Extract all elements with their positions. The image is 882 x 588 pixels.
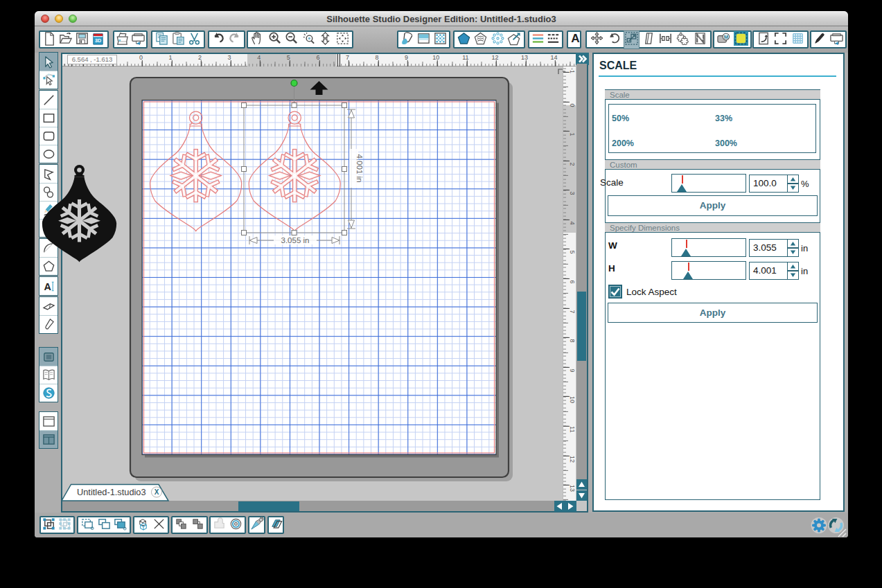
svg-text:A: A — [44, 280, 51, 292]
svg-text:3.055 in: 3.055 in — [281, 236, 310, 244]
svg-text:4.001 in: 4.001 in — [355, 154, 364, 183]
svg-text:M: M — [724, 33, 728, 39]
svg-text:3D: 3D — [95, 37, 101, 43]
svg-text:A: A — [571, 31, 579, 45]
